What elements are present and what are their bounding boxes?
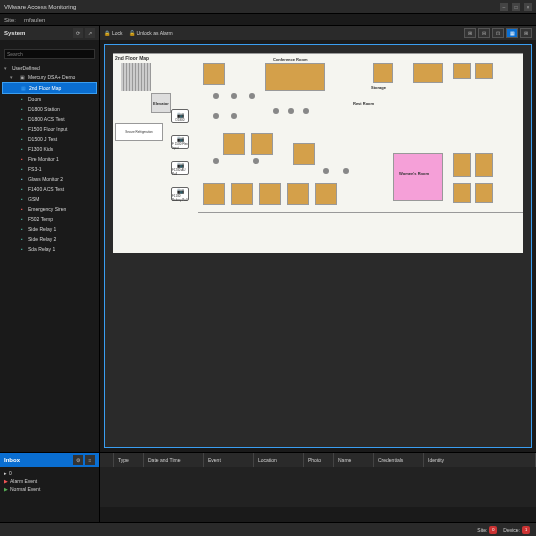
th-event[interactable]: Event <box>204 453 254 467</box>
view-btn-2[interactable]: ⊟ <box>478 28 490 38</box>
sidebar-header: System ⟳ ↗ <box>0 26 99 40</box>
view-btn-5[interactable]: ⊞ <box>520 28 532 38</box>
filter-normal[interactable]: ▶ Normal Event <box>2 485 97 493</box>
door-icon: ▪ <box>18 95 26 103</box>
door-icon: ▪ <box>18 185 26 193</box>
tree-item[interactable]: ▪D1800 ACS Test <box>2 114 97 124</box>
footer-site: Site: 0 <box>477 526 497 534</box>
normal-icon: ▶ <box>4 486 8 492</box>
tree-item[interactable]: ▪Glass Monitor 2 <box>2 174 97 184</box>
tree-item[interactable]: ▪F1300 Kids <box>2 144 97 154</box>
tree-item-map[interactable]: ▦ 2nd Floor Map <box>2 82 97 94</box>
office <box>475 153 493 177</box>
office <box>203 63 225 85</box>
marker <box>303 108 309 114</box>
expand-icon[interactable]: ≡ <box>85 455 95 465</box>
storage <box>373 63 393 83</box>
tree-item[interactable]: ▪Doors <box>2 94 97 104</box>
refrigeration-room: Secure Refrigeration <box>115 123 163 141</box>
office <box>453 153 471 177</box>
tree-item[interactable]: ▪Emergency Siren <box>2 204 97 214</box>
tree-item[interactable]: ▪F1400 ACS Test <box>2 184 97 194</box>
device-tree: ▾ UserDefined ▾ ▣ Mercury DSA+ Demo ▦ 2n… <box>0 62 99 452</box>
tree-item[interactable]: ▪D1800 Station <box>2 104 97 114</box>
tree-root[interactable]: ▾ UserDefined <box>2 64 97 72</box>
th-identity[interactable]: Identity <box>424 453 536 467</box>
sidebar: System ⟳ ↗ ▾ UserDefined ▾ ▣ Mercury DSA… <box>0 26 100 452</box>
marker <box>273 108 279 114</box>
view-btn-4[interactable]: ▦ <box>506 28 518 38</box>
door-icon: ▪ <box>18 225 26 233</box>
app-title: VMware Access Monitoring <box>4 4 76 10</box>
content-pane: 🔒 Lock 🔓 Unlock as Alarm ⊞ ⊟ ⊡ ▦ ⊞ <box>100 26 536 452</box>
close-button[interactable]: × <box>524 3 532 11</box>
stairs <box>121 63 151 91</box>
door-icon: ▪ <box>18 115 26 123</box>
th-credentials[interactable]: Credentials <box>374 453 424 467</box>
alarm-icon: ▶ <box>4 478 8 484</box>
glass-icon: ▪ <box>18 175 26 183</box>
lock-icon: 🔒 <box>104 30 110 36</box>
door-icon: ▪ <box>18 135 26 143</box>
refresh-icon[interactable]: ⟳ <box>73 28 83 38</box>
site-label: Site: <box>4 17 16 23</box>
maximize-button[interactable]: □ <box>512 3 520 11</box>
inbox-header: Inbox ⚙ ≡ <box>0 453 99 467</box>
search-input[interactable] <box>4 49 95 59</box>
tree-item[interactable]: ▪Side Relay 1 <box>2 224 97 234</box>
marker <box>323 168 329 174</box>
wall <box>198 212 523 213</box>
filter-alarm[interactable]: ▶ Alarm Event <box>2 477 97 485</box>
wall <box>113 53 523 54</box>
inbox-panel: Inbox ⚙ ≡ ▸ 0 ▶ Alarm Event ▶ Normal Eve… <box>0 453 100 522</box>
menubar: Site: mfaulen <box>0 14 536 26</box>
app-window: VMware Access Monitoring – □ × Site: mfa… <box>0 0 536 536</box>
office <box>223 133 245 155</box>
device-f1200[interactable]: F1200 AU Pull <box>171 161 189 175</box>
view-btn-3[interactable]: ⊡ <box>492 28 504 38</box>
th-photo[interactable]: Photo <box>304 453 334 467</box>
device-f1100[interactable]: F1100 Battery Pull <box>171 187 189 201</box>
th-datetime[interactable]: Date and Time <box>144 453 204 467</box>
tree-item[interactable]: ▪D1500 J Test <box>2 134 97 144</box>
office <box>315 183 337 205</box>
inbox-count[interactable]: ▸ 0 <box>2 469 97 477</box>
tree-item[interactable]: ▪F502 Temp <box>2 214 97 224</box>
th-name[interactable]: Name <box>334 453 374 467</box>
tree-item[interactable]: ▪Sda Relay 1 <box>2 244 97 254</box>
marker <box>231 93 237 99</box>
tree-server[interactable]: ▾ ▣ Mercury DSA+ Demo <box>2 72 97 82</box>
export-icon[interactable]: ↗ <box>85 28 95 38</box>
server-icon: ▣ <box>18 73 26 81</box>
tree-item[interactable]: ▪Fire Monitor 1 <box>2 154 97 164</box>
th-type[interactable]: Type <box>114 453 144 467</box>
office <box>413 63 443 83</box>
device-badge: 1 <box>522 526 530 534</box>
office <box>259 183 281 205</box>
view-btn-1[interactable]: ⊞ <box>464 28 476 38</box>
map-viewport[interactable]: 2nd Floor Map Elevator Secure Refrigerat… <box>104 44 532 448</box>
tree-item[interactable]: ▪GSM <box>2 194 97 204</box>
marker <box>253 158 259 164</box>
th-blank[interactable] <box>100 453 114 467</box>
lock-button[interactable]: 🔒 Lock <box>104 30 123 36</box>
content-toolbar: 🔒 Lock 🔓 Unlock as Alarm ⊞ ⊟ ⊡ ▦ ⊞ <box>100 26 536 40</box>
bottom-panel: Inbox ⚙ ≡ ▸ 0 ▶ Alarm Event ▶ Normal Eve… <box>0 452 536 522</box>
tree-item[interactable]: ▪F1500 Floor Input <box>2 124 97 134</box>
office <box>293 143 315 165</box>
door-icon: ▪ <box>18 235 26 243</box>
door-icon: ▪ <box>18 215 26 223</box>
unlock-button[interactable]: 🔓 Unlock as Alarm <box>129 30 173 36</box>
site-badge: 0 <box>489 526 497 534</box>
office <box>475 63 493 79</box>
device-f1500[interactable]: F 1500 Flex Input <box>171 135 189 149</box>
office <box>231 183 253 205</box>
marker <box>213 93 219 99</box>
minimize-button[interactable]: – <box>500 3 508 11</box>
floorplan: 2nd Floor Map Elevator Secure Refrigerat… <box>113 53 523 253</box>
filter-icon[interactable]: ⚙ <box>73 455 83 465</box>
th-location[interactable]: Location <box>254 453 304 467</box>
device-d1800[interactable]: D1800 <box>171 109 189 123</box>
tree-item[interactable]: ▪FS3-1 <box>2 164 97 174</box>
tree-item[interactable]: ▪Side Relay 2 <box>2 234 97 244</box>
